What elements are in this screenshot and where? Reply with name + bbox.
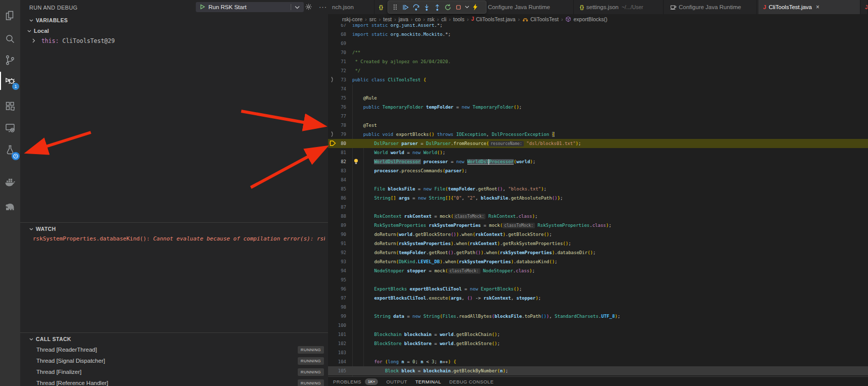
line-number[interactable]: 98 [328,303,346,312]
code-line-67[interactable]: 67import static org.junit.Assert.*; [328,24,868,30]
line-number[interactable]: 84 [328,175,346,184]
step-out-icon[interactable] [432,2,443,13]
section-divider[interactable] [20,222,328,223]
code-line-68[interactable]: 68import static org.mockito.Mockito.*; [328,30,868,39]
line-number[interactable]: 67 [328,24,346,30]
breadcrumb-item[interactable]: tools [453,16,464,22]
thread-row[interactable]: Thread [Finalizer] RUNNING [20,367,328,378]
thread-row[interactable]: Thread [Reference Handler] RUNNING [20,378,328,386]
code-line-71[interactable]: 71 * Created by ajlopez on 26/04/2020. [328,57,868,66]
code-line-100[interactable]: 100 [328,321,868,330]
code-line-76[interactable]: 76public TemporaryFolder tempFolder = ne… [328,103,868,112]
line-number[interactable]: 83 [328,166,346,175]
step-over-icon[interactable] [411,2,421,13]
remote-explorer-icon[interactable] [0,118,20,138]
breadcrumb-item[interactable]: java [399,16,408,22]
code-line-85[interactable]: 85File blocksFile = new File(tempFolder.… [328,184,868,194]
line-number[interactable]: 100 [328,321,346,330]
source-control-icon[interactable] [0,50,20,70]
stop-icon[interactable] [453,2,464,13]
docker-icon[interactable] [0,172,20,192]
code-line-104[interactable]: 104for (long n = 0; n < 3; n++) { [328,357,868,366]
line-number[interactable]: 101 [328,330,346,339]
line-number[interactable]: 91 [328,239,346,248]
toolbar-gripper[interactable] [390,2,400,13]
code-line-82[interactable]: 82WorldDslProcessor processor = new Worl… [328,157,868,166]
code-line-73[interactable]: 73public class CliToolsTest { [328,75,868,84]
code-line-74[interactable]: 74 [328,84,868,93]
code-line-84[interactable]: 84 [328,175,868,184]
line-number[interactable]: 88 [328,212,346,221]
line-number[interactable]: 95 [328,275,346,284]
breadcrumb-item[interactable]: src [369,16,376,22]
watch-header[interactable]: WATCH [29,226,56,232]
breadcrumb-item[interactable]: rskj-core [342,16,362,22]
line-number[interactable]: 72 [328,66,346,75]
line-number[interactable]: 93 [328,257,346,266]
code-line-80[interactable]: 80DslParser parser = DslParser.fromResou… [328,139,868,148]
code-line-69[interactable]: 69 [328,39,868,48]
thread-row[interactable]: Thread [ReaderThread] RUNNING [20,345,328,356]
tab-configure-java-runtime-2[interactable]: Configure Java Runtime [665,0,757,14]
line-number[interactable]: 75 [328,93,346,103]
run-and-debug-icon[interactable]: 1 [0,71,20,91]
panel-tab-output[interactable]: OUTPUT [386,379,407,384]
line-number[interactable]: 85 [328,184,346,194]
tab-settings-json[interactable]: {} settings.json ~/.../User [575,0,664,14]
line-number[interactable]: 82 [328,157,346,166]
line-number[interactable]: 77 [328,112,346,121]
code-line-78[interactable]: 78@Test [328,121,868,130]
code-line-77[interactable]: 77 [328,112,868,121]
code-line-98[interactable]: 98 [328,303,868,312]
line-number[interactable]: 71 [328,57,346,66]
code-line-92[interactable]: 92doReturn(tempFolder.getRoot().getPath(… [328,248,868,257]
panel-tab-terminal[interactable]: TERMINAL [415,379,441,384]
breadcrumb-item[interactable]: test [383,16,392,22]
tab-clitoolstest-java[interactable]: J CliToolsTest.java × [758,0,860,14]
search-icon[interactable] [0,29,20,49]
code-line-94[interactable]: 94NodeStopper stopper = mock(classToMock… [328,266,868,275]
gear-icon[interactable] [305,3,312,13]
call-stack-header[interactable]: CALL STACK [29,336,71,342]
variable-this-row[interactable]: this: CliToolsTest@29 [32,37,115,44]
breadcrumb-item[interactable]: rsk [427,16,435,22]
code-line-81[interactable]: 81World world = new World(); [328,148,868,157]
line-number[interactable]: 86 [328,194,346,203]
extensions-icon[interactable] [0,96,20,116]
line-number[interactable]: 90 [328,230,346,239]
breadcrumb-item[interactable]: co [415,16,420,22]
line-number[interactable]: 74 [328,84,346,93]
panel-tab-problems[interactable]: PROBLEMS [333,379,361,384]
breadcrumb-method[interactable]: exportBlocks() [565,16,607,22]
close-icon[interactable]: × [816,4,820,11]
line-number[interactable]: 102 [328,339,346,348]
restart-icon[interactable] [443,2,453,13]
tab-launch-json[interactable]: nch.json [328,0,374,14]
code-line-102[interactable]: 102BlockStore blockStore = world.getBloc… [328,339,868,348]
code-line-103[interactable]: 103 [328,348,868,357]
code-line-83[interactable]: 83processor.processCommands(parser); [328,166,868,175]
code-line-90[interactable]: 90doReturn(world.getBlockStore()).when(r… [328,230,868,239]
breadcrumb-file[interactable]: JCliToolsTest.java [471,16,516,22]
code-line-88[interactable]: 88RskContext rskContext = mock(classToMo… [328,212,868,221]
line-number[interactable]: 87 [328,203,346,212]
explorer-icon[interactable] [0,6,20,26]
watch-expression-row[interactable]: rskSystemProperties.databaseKind(): Cann… [33,235,325,242]
code-line-91[interactable]: 91doReturn(rskSystemProperties).when(rsk… [328,239,868,248]
code-line-96[interactable]: 96ExportBlocks exportBlocksCliTool = new… [328,284,868,294]
line-number[interactable]: 105 [328,366,346,375]
line-number[interactable]: 99 [328,312,346,321]
gradle-icon[interactable] [0,196,20,216]
breadcrumb-class[interactable]: CliToolsTest [522,16,559,22]
line-number[interactable]: 96 [328,284,346,294]
code-line-101[interactable]: 101Blockchain blockchain = world.getBloc… [328,330,868,339]
line-number[interactable]: 81 [328,148,346,157]
line-number[interactable]: 104 [328,357,346,366]
code-line-99[interactable]: 99String data = new String(Files.readAll… [328,312,868,321]
line-number[interactable]: 89 [328,221,346,230]
variables-header[interactable]: VARIABLES [29,17,68,23]
code-line-72[interactable]: 72 */ [328,66,868,75]
code-line-105[interactable]: 105Block block = blockchain.getBlockByNu… [328,366,868,375]
code-line-93[interactable]: 93doReturn(DbKind.LEVEL_DB).when(rskSyst… [328,257,868,266]
breadcrumb[interactable]: rskj-core› src› test› java› co› rsk› cli… [328,14,868,24]
